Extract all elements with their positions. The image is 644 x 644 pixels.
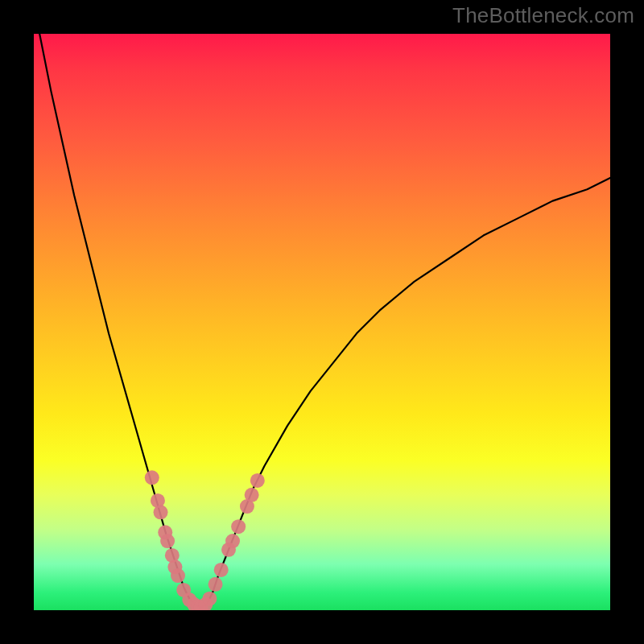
gpu-marker bbox=[160, 534, 175, 548]
gpu-marker bbox=[171, 568, 185, 583]
gpu-marker bbox=[214, 563, 229, 577]
watermark-text: TheBottleneck.com bbox=[452, 3, 634, 28]
gpu-marker bbox=[208, 577, 223, 592]
bottleneck-curve bbox=[39, 34, 610, 607]
plot-area bbox=[34, 34, 610, 610]
plot-svg bbox=[34, 34, 610, 610]
gpu-marker bbox=[225, 534, 240, 548]
gpu-marker bbox=[202, 592, 217, 606]
gpu-marker bbox=[154, 505, 168, 519]
gpu-marker bbox=[245, 488, 259, 502]
gpu-marker bbox=[145, 470, 159, 485]
gpu-marker bbox=[231, 519, 246, 534]
gpu-marker bbox=[250, 473, 265, 488]
chart-frame: TheBottleneck.com bbox=[0, 0, 644, 644]
